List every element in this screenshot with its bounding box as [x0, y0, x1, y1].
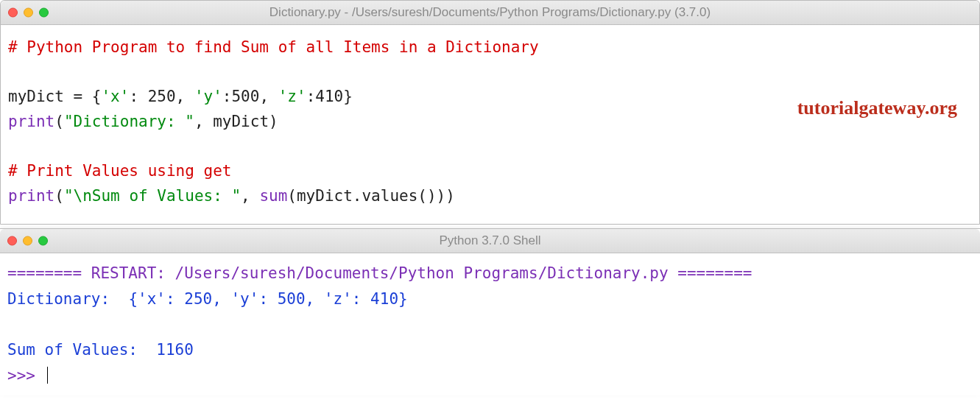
editor-titlebar[interactable]: Dictionary.py - /Users/suresh/Documents/… — [1, 1, 979, 25]
code-builtin: print — [8, 187, 54, 205]
code-string: "Dictionary: " — [64, 113, 194, 130]
code-text: , — [241, 187, 259, 205]
cursor-icon — [47, 367, 48, 384]
code-text: :410} — [306, 88, 353, 105]
code-text: :500, — [222, 88, 278, 105]
editor-title: Dictionary.py - /Users/suresh/Documents/… — [269, 5, 711, 20]
editor-window-controls — [8, 8, 49, 18]
code-comment: # Print Values using get — [8, 162, 231, 180]
code-text: myDict = { — [8, 88, 101, 105]
code-string: 'z' — [278, 88, 306, 105]
shell-output-label: Dictionary: — [7, 290, 128, 308]
close-icon[interactable] — [7, 236, 17, 246]
shell-content[interactable]: ======== RESTART: /Users/suresh/Document… — [7, 261, 973, 388]
shell-output[interactable]: ======== RESTART: /Users/suresh/Document… — [0, 253, 980, 395]
shell-title: Python 3.7.0 Shell — [440, 233, 541, 248]
shell-restart: ======== RESTART: /Users/suresh/Document… — [7, 264, 752, 282]
code-string: 'x' — [101, 88, 129, 105]
close-icon[interactable] — [8, 8, 18, 18]
shell-prompt: >>> — [7, 367, 45, 384]
code-text: : 250, — [129, 88, 194, 105]
code-builtin: sum — [259, 187, 287, 205]
code-comment: # Python Program to find Sum of all Item… — [8, 38, 539, 56]
shell-output-value: {'x': 250, 'y': 500, 'z': 410} — [128, 290, 407, 308]
code-builtin: print — [8, 113, 54, 130]
minimize-icon[interactable] — [23, 236, 32, 246]
code-string: 'y' — [194, 88, 222, 105]
code-text: ( — [54, 113, 64, 130]
maximize-icon[interactable] — [38, 236, 48, 246]
code-text: (myDict.values())) — [287, 187, 455, 205]
minimize-icon[interactable] — [24, 8, 33, 18]
code-text: ( — [54, 187, 64, 205]
shell-output-label: Sum of Values: — [7, 341, 156, 359]
shell-output-value: 1160 — [156, 341, 194, 359]
shell-window: Python 3.7.0 Shell ======== RESTART: /Us… — [0, 228, 980, 395]
editor-window: Dictionary.py - /Users/suresh/Documents/… — [0, 0, 980, 225]
code-string: "\nSum of Values: " — [64, 187, 241, 205]
shell-window-controls — [7, 236, 48, 246]
code-text: , myDict) — [194, 113, 278, 130]
code-editor[interactable]: # Python Program to find Sum of all Item… — [1, 25, 979, 224]
watermark-text: tutorialgateway.org — [797, 93, 957, 124]
shell-titlebar[interactable]: Python 3.7.0 Shell — [0, 229, 980, 253]
maximize-icon[interactable] — [39, 8, 49, 18]
